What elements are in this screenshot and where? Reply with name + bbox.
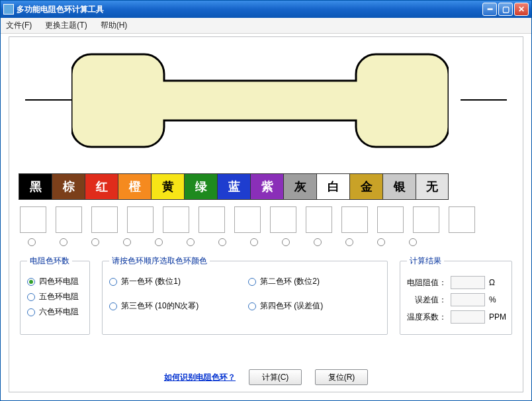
color-swatch-4[interactable]: 黄 (151, 173, 184, 200)
group-result-legend: 计算结果 (407, 255, 444, 267)
color-swatch-2[interactable]: 红 (85, 173, 118, 200)
radio-icon (109, 278, 117, 286)
group-ring-select: 请按色环顺序选取色环颜色 第一色环 (数位1) 第二色环 (数位2) 第三色环 … (102, 255, 388, 335)
resistor-body (71, 48, 449, 154)
color-swatch-8[interactable]: 灰 (283, 173, 316, 200)
color-palette: 黑棕红橙黄绿蓝紫灰白金银无 (19, 173, 513, 200)
color-slot-3[interactable] (127, 206, 154, 233)
close-button[interactable]: ✕ (514, 3, 529, 16)
color-radio-4[interactable] (155, 238, 163, 246)
radio-icon (27, 293, 35, 301)
color-radio-9[interactable] (314, 238, 322, 246)
resistor-lead-right (461, 99, 507, 101)
bottom-bar: 如何识别电阻色环？ 计算(C) 复位(R) (9, 369, 523, 385)
menu-help[interactable]: 帮助(H) (101, 20, 128, 31)
opt-ring1-label: 第一色环 (数位1) (121, 276, 181, 287)
resistance-unit: Ω (489, 278, 505, 287)
tempco-label: 温度系数： (407, 312, 447, 323)
color-swatch-10[interactable]: 金 (349, 173, 382, 200)
reset-button[interactable]: 复位(R) (315, 369, 368, 385)
opt-6ring[interactable]: 六色环电阻 (27, 306, 83, 318)
opt-5ring[interactable]: 五色环电阻 (27, 291, 83, 302)
menu-theme[interactable]: 更换主题(T) (45, 20, 87, 31)
color-slot-2[interactable] (91, 206, 118, 233)
opt-ring2-label: 第二色环 (数位2) (260, 276, 320, 287)
color-swatch-9[interactable]: 白 (316, 173, 349, 200)
opt-ring2[interactable]: 第二色环 (数位2) (248, 276, 380, 287)
resistance-value (451, 276, 485, 289)
radio-icon (248, 278, 256, 286)
color-swatch-7[interactable]: 紫 (250, 173, 283, 200)
tolerance-unit: % (489, 295, 505, 304)
color-slot-4[interactable] (163, 206, 189, 233)
color-radio-12[interactable] (409, 238, 417, 246)
maximize-button[interactable]: ▢ (498, 3, 513, 16)
help-link[interactable]: 如何识别电阻色环？ (164, 372, 236, 383)
radio-icon (27, 308, 35, 316)
result-tempco: 温度系数： PPM (407, 310, 505, 324)
color-swatch-1[interactable]: 棕 (52, 173, 85, 200)
opt-ring3-label: 第三色环 (10的N次幂) (121, 300, 199, 312)
opt-5ring-label: 五色环电阻 (39, 291, 79, 302)
color-radio-0[interactable] (28, 238, 36, 246)
color-swatch-6[interactable]: 蓝 (217, 173, 250, 200)
content-panel: 黑棕红橙黄绿蓝紫灰白金银无 电阻色环数 四色环电阻 五色环电阻 (9, 36, 523, 392)
app-icon (3, 4, 14, 15)
menu-file[interactable]: 文件(F) (6, 20, 32, 31)
color-radio-10[interactable] (345, 238, 353, 246)
result-tolerance: 误差值： % (407, 293, 505, 306)
color-slot-11[interactable] (413, 206, 439, 233)
color-radio-11[interactable] (377, 238, 385, 246)
tempco-value (451, 310, 485, 324)
color-radio-1[interactable] (60, 238, 67, 246)
resistor-lead-left (25, 99, 71, 101)
window-buttons: ━ ▢ ✕ (482, 3, 529, 16)
color-slot-5[interactable] (199, 206, 225, 233)
color-slot-7[interactable] (270, 206, 296, 233)
result-resistance: 电阻阻值： Ω (407, 276, 505, 289)
color-radio-3[interactable] (123, 238, 131, 246)
color-swatch-5[interactable]: 绿 (184, 173, 217, 200)
group-ring-select-legend: 请按色环顺序选取色环颜色 (109, 255, 210, 267)
color-slot-10[interactable] (377, 206, 404, 233)
tempco-unit: PPM (489, 312, 505, 322)
resistor-illustration (19, 48, 513, 160)
resistance-label: 电阻阻值： (407, 277, 447, 289)
color-radio-2[interactable] (91, 238, 99, 246)
opt-4ring[interactable]: 四色环电阻 (27, 276, 83, 287)
tolerance-value (451, 293, 485, 306)
radio-icon (27, 278, 35, 286)
color-slot-6[interactable] (234, 206, 261, 233)
group-ring-count: 电阻色环数 四色环电阻 五色环电阻 六色环电阻 (20, 255, 90, 335)
color-slot-1[interactable] (56, 206, 82, 233)
color-slot-0[interactable] (20, 206, 46, 233)
group-ring-count-legend: 电阻色环数 (27, 255, 72, 267)
color-swatch-0[interactable]: 黑 (19, 173, 52, 200)
color-swatch-12[interactable]: 无 (416, 173, 449, 200)
color-slot-12[interactable] (449, 206, 475, 233)
calculate-button[interactable]: 计算(C) (249, 369, 302, 385)
opt-ring4-label: 第四色环 (误差值) (260, 300, 323, 312)
opt-ring3[interactable]: 第三色环 (10的N次幂) (109, 300, 242, 312)
opt-ring1[interactable]: 第一色环 (数位1) (109, 276, 242, 287)
color-slot-row (19, 206, 513, 233)
minimize-button[interactable]: ━ (482, 3, 497, 16)
window-title: 多功能电阻色环计算工具 (17, 4, 482, 15)
color-radio-8[interactable] (282, 238, 290, 246)
group-row: 电阻色环数 四色环电阻 五色环电阻 六色环电阻 (19, 255, 513, 335)
group-result: 计算结果 电阻阻值： Ω 误差值： % 温度系数： (400, 255, 512, 335)
opt-4ring-label: 四色环电阻 (39, 276, 79, 287)
opt-6ring-label: 六色环电阻 (39, 306, 79, 318)
radio-icon (109, 302, 117, 310)
color-slot-8[interactable] (306, 206, 332, 233)
radio-icon (248, 302, 256, 310)
color-swatch-3[interactable]: 橙 (118, 173, 151, 200)
opt-ring4[interactable]: 第四色环 (误差值) (248, 300, 380, 312)
color-radio-7[interactable] (250, 238, 258, 246)
color-slot-9[interactable] (341, 206, 368, 233)
color-radio-6[interactable] (218, 238, 226, 246)
color-radio-5[interactable] (187, 238, 195, 246)
app-window: 多功能电阻色环计算工具 ━ ▢ ✕ 文件(F) 更换主题(T) 帮助(H) 黑棕… (0, 0, 532, 401)
titlebar: 多功能电阻色环计算工具 ━ ▢ ✕ (1, 1, 531, 18)
color-swatch-11[interactable]: 银 (382, 173, 416, 200)
